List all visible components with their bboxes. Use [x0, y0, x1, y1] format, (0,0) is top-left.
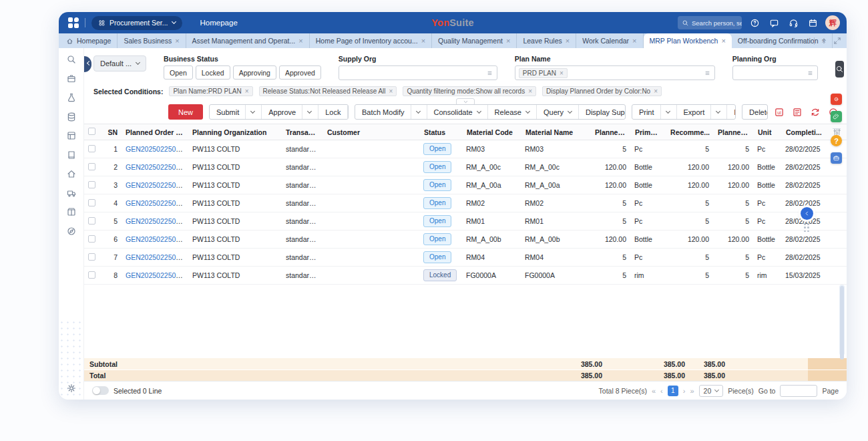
tab-close-icon[interactable]: × [721, 37, 725, 45]
avatar[interactable]: 辉 [825, 15, 840, 30]
dropdown-arrow[interactable] [710, 105, 720, 119]
table-row[interactable]: 1GEN202502250008PW113 COLTDstandard p...… [84, 140, 847, 158]
help-bubble-button[interactable]: ? [831, 135, 842, 146]
tab-close-icon[interactable]: × [632, 37, 636, 45]
export-button[interactable]: Export [676, 105, 727, 119]
recorder-button[interactable] [831, 94, 842, 105]
order-number-link[interactable]: GEN202502250006 [126, 181, 188, 189]
order-number-link[interactable]: GEN202502250003 [126, 235, 188, 243]
tag-close-icon[interactable]: × [560, 69, 564, 77]
row-checkbox[interactable] [88, 235, 95, 243]
goto-page-input[interactable] [780, 385, 817, 397]
current-page-button[interactable]: 1 [668, 386, 678, 396]
dropdown-arrow[interactable] [245, 105, 254, 119]
filter-scheme-dropdown[interactable]: Default ... [93, 55, 146, 71]
messages-button[interactable] [767, 16, 781, 29]
last-page-icon[interactable]: » [690, 387, 694, 395]
query-button[interactable]: Query [536, 105, 578, 119]
prev-page-icon[interactable]: ‹ [660, 387, 663, 395]
tab-mrp-plan-workbench[interactable]: MRP Plan Workbench× [644, 33, 732, 48]
dropdown-arrow[interactable] [660, 105, 670, 119]
tab-home-page-of-inventory-accou[interactable]: Home Page of Inventory accou...× [310, 33, 432, 48]
planning-org-input[interactable] [732, 65, 818, 80]
table-row[interactable]: 4GEN202502250005PW113 COLTDstandard p...… [84, 194, 847, 212]
consolidate-button[interactable]: Consolidate [427, 105, 487, 119]
row-checkbox[interactable] [88, 145, 95, 152]
sidebar-database-button[interactable] [66, 112, 77, 122]
app-switcher-dropdown[interactable]: Procurement Ser... [91, 16, 182, 30]
attachment-button[interactable] [831, 111, 842, 122]
side-panel-fab-button[interactable] [801, 207, 813, 220]
fullscreen-icon[interactable] [833, 37, 841, 45]
business-status-approving-button[interactable]: Approving [233, 65, 276, 80]
settings-button[interactable] [66, 383, 77, 394]
supply-org-input[interactable] [339, 65, 497, 80]
new-button[interactable]: New [168, 104, 203, 120]
table-row[interactable]: 6GEN202502250003PW113 COLTDstandard p...… [84, 231, 847, 249]
business-status-approved-button[interactable]: Approved [279, 65, 321, 80]
row-checkbox[interactable] [88, 253, 95, 261]
dropdown-arrow[interactable] [302, 105, 311, 119]
calendar-button[interactable] [806, 16, 819, 29]
first-page-icon[interactable]: « [652, 387, 656, 395]
import-button[interactable]: Import [726, 105, 736, 119]
dropdown-arrow[interactable] [347, 105, 349, 119]
tab-close-icon[interactable]: × [421, 37, 425, 45]
table-row[interactable]: 5GEN202502250004PW113 COLTDstandard p...… [84, 212, 847, 231]
tab-homepage[interactable]: Homepage [60, 33, 118, 48]
form-list-button[interactable] [792, 107, 803, 118]
row-checkbox[interactable] [88, 217, 95, 225]
dropdown-arrow[interactable] [411, 105, 420, 119]
reference-picker-icon[interactable] [486, 69, 493, 77]
order-number-link[interactable]: GEN202502250002 [126, 253, 188, 261]
tab-close-icon[interactable]: × [175, 37, 179, 45]
tabs-list-chevron-icon[interactable] [801, 37, 809, 45]
filter-search-button[interactable] [835, 61, 844, 78]
select-all-checkbox[interactable] [88, 128, 95, 135]
tag-close-icon[interactable]: × [528, 88, 532, 95]
next-page-icon[interactable]: › [683, 387, 686, 395]
fab-drag-handle[interactable] [804, 223, 811, 233]
global-search-input[interactable]: Search person, ser... [678, 16, 742, 29]
sidebar-home-button[interactable] [66, 168, 77, 179]
table-row[interactable]: 2GEN202502250007PW113 COLTDstandard p...… [84, 158, 847, 176]
selected-only-toggle[interactable] [92, 386, 109, 395]
business-status-open-button[interactable]: Open [164, 65, 193, 80]
display-supply-demand-button[interactable]: Display Supply/Demand [578, 105, 626, 119]
workbox-button[interactable] [831, 152, 842, 164]
table-row[interactable]: 8GEN202502250001PW113 COLTDstandard p...… [84, 267, 847, 285]
business-status-locked-button[interactable]: Locked [196, 65, 230, 80]
share-up-icon[interactable] [820, 37, 828, 45]
order-number-link[interactable]: GEN202502250008 [126, 145, 188, 153]
reference-picker-icon[interactable] [704, 69, 711, 77]
tab-work-calendar[interactable]: Work Calendar× [576, 33, 643, 48]
ui-panel-button[interactable]: ui [774, 107, 785, 118]
row-checkbox[interactable] [88, 181, 95, 188]
tab-close-icon[interactable]: × [566, 37, 570, 45]
sidebar-book-button[interactable] [66, 150, 77, 160]
sidebar-grid-button[interactable] [66, 130, 77, 141]
tag-close-icon[interactable]: × [245, 88, 249, 95]
delete-button[interactable]: Delete [742, 105, 768, 119]
sidebar-flask-button[interactable] [66, 92, 77, 103]
tag-close-icon[interactable]: × [654, 88, 658, 95]
sidebar-search-button[interactable] [66, 54, 77, 65]
submit-button[interactable]: Submit [210, 105, 261, 119]
sidebar-package-button[interactable] [66, 206, 77, 217]
page-size-select[interactable]: 20 [699, 385, 724, 397]
row-checkbox[interactable] [88, 199, 95, 206]
row-checkbox[interactable] [88, 271, 95, 279]
reference-picker-icon[interactable] [807, 69, 814, 77]
plan-name-input[interactable]: PRD PLAN× [515, 65, 715, 80]
tab-close-icon[interactable]: × [506, 37, 510, 45]
approve-button[interactable]: Approve [261, 105, 318, 119]
order-number-link[interactable]: GEN202502250005 [126, 199, 188, 207]
sidebar-toolbox-button[interactable] [66, 74, 77, 84]
sidebar-forklift-button[interactable] [66, 188, 77, 198]
tab-quality-management[interactable]: Quality Management× [432, 33, 517, 48]
tab-sales-business[interactable]: Sales Business× [118, 33, 186, 48]
table-row[interactable]: 3GEN202502250006PW113 COLTDstandard p...… [84, 176, 847, 194]
refresh-button[interactable] [810, 107, 821, 118]
lock-button[interactable]: Lock [318, 105, 349, 119]
support-button[interactable] [787, 16, 800, 29]
